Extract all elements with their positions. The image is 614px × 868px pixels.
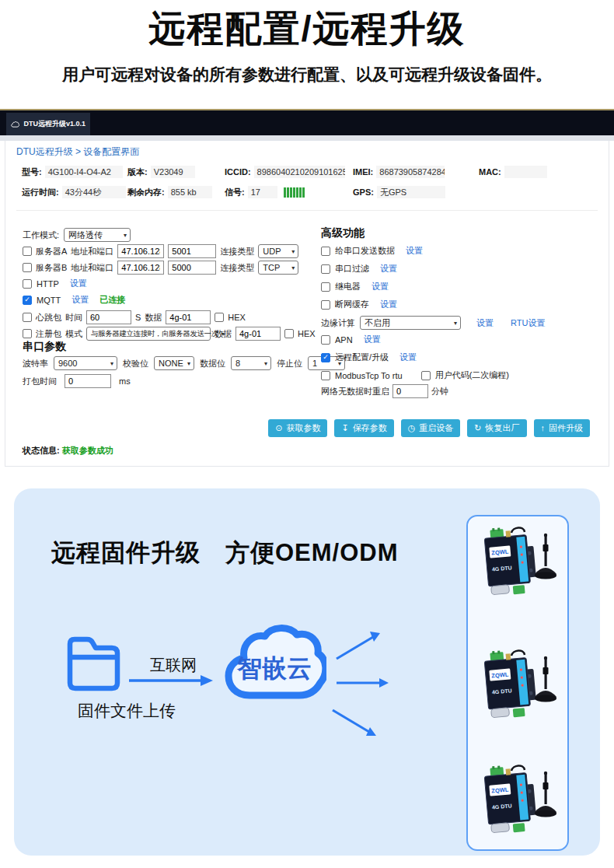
- parity-label: 校验位: [123, 358, 148, 369]
- baud-select[interactable]: 9600▾: [54, 356, 117, 370]
- regpacket-row: 注册包 模式 与服务器建立连接时，向服务器发送一次 ▾ 数据 HEX: [23, 327, 316, 341]
- send-serial-settings-link[interactable]: 设置: [406, 245, 423, 257]
- send-serial-checkbox[interactable]: [321, 247, 330, 256]
- apn-settings-link[interactable]: 设置: [364, 334, 381, 345]
- titlebar-shadow-strip: [0, 135, 614, 141]
- server-a-checkbox[interactable]: [23, 247, 32, 256]
- http-label: HTTP: [37, 279, 59, 289]
- remote-config-row: ✓ 远程配置/升级 设置: [321, 352, 417, 363]
- breadcrumb[interactable]: DTU远程升级 > 设备配置界面: [16, 145, 139, 159]
- server-b-type-label: 连接类型: [220, 262, 254, 274]
- restart-device-button[interactable]: ◷ 重启设备: [401, 419, 461, 437]
- reboot-label: 网络无数据时重启: [321, 386, 389, 397]
- promo-title: 远程固件升级 方便OEM/ODM: [51, 537, 399, 569]
- relay-settings-link[interactable]: 设置: [372, 281, 389, 292]
- version-value: V23049: [151, 166, 195, 178]
- memory-value: 855 kb: [168, 186, 212, 198]
- check-icon: ✓: [323, 354, 329, 361]
- relay-row: 继电器 设置: [321, 281, 389, 292]
- regpacket-data-input[interactable]: [235, 327, 281, 341]
- internet-arrow: [127, 674, 215, 688]
- edge-select[interactable]: 不启用 ▾: [360, 316, 461, 330]
- get-params-button[interactable]: ⊙ 获取参数: [268, 419, 327, 437]
- regpacket-hex-label: HEX: [298, 329, 316, 338]
- chevron-down-icon: ▾: [187, 360, 190, 367]
- server-a-type-select[interactable]: UDP ▾: [258, 244, 298, 258]
- status-label: 状态信息:: [23, 446, 60, 455]
- serial-filter-label: 串口过滤: [335, 263, 369, 275]
- ms-unit: ms: [119, 376, 131, 386]
- regpacket-hex-checkbox[interactable]: [284, 329, 294, 338]
- serial-params-row: 波特率 9600▾ 校验位 NONE▾ 数据位 8▾ 停止位 1▾: [23, 356, 345, 370]
- packtime-label: 打包时间: [23, 376, 57, 387]
- usercode-checkbox[interactable]: [421, 371, 431, 380]
- mqtt-checkbox[interactable]: ✓: [23, 296, 32, 305]
- parity-select[interactable]: NONE▾: [154, 356, 194, 370]
- info-mac: MAC:: [479, 166, 547, 178]
- dtu-config-app-window: DTU远程升级v1.0.1 DTU远程升级 > 设备配置界面 型号: 4G100…: [0, 109, 614, 467]
- modbus-row: ModbusTcp To rtu 用户代码(二次编程): [321, 369, 509, 381]
- server-a-label: 服务器A: [36, 246, 67, 257]
- save-params-button[interactable]: ↧ 保存参数: [334, 419, 393, 437]
- regpacket-checkbox[interactable]: [23, 329, 32, 338]
- modbus-checkbox[interactable]: [321, 371, 330, 380]
- offline-cache-settings-link[interactable]: 设置: [380, 299, 397, 310]
- rtu-settings-link[interactable]: RTU设置: [511, 317, 545, 329]
- mqtt-status: 已连接: [99, 294, 125, 306]
- app-title-text: DTU远程升级v1.0.1: [23, 119, 85, 129]
- server-a-port-input[interactable]: [168, 244, 216, 258]
- mac-value: [504, 166, 547, 178]
- http-checkbox[interactable]: [23, 279, 32, 289]
- work-mode-select[interactable]: 网络透传 ▾: [64, 228, 131, 242]
- mqtt-label: MQTT: [37, 296, 61, 305]
- offline-cache-checkbox[interactable]: [321, 300, 330, 310]
- serial-filter-settings-link[interactable]: 设置: [380, 263, 397, 275]
- apn-row: APN 设置: [321, 334, 381, 345]
- server-a-row: 服务器A 地址和端口 连接类型 UDP ▾: [23, 244, 298, 258]
- firmware-upgrade-button[interactable]: ↑ 固件升级: [534, 419, 591, 437]
- stopbits-label: 停止位: [277, 358, 302, 369]
- serial-filter-checkbox[interactable]: [321, 264, 330, 274]
- server-a-addr-label: 地址和端口: [71, 246, 113, 257]
- server-a-ip-input[interactable]: [117, 244, 164, 258]
- server-b-type-select[interactable]: TCP ▾: [258, 261, 298, 275]
- relay-checkbox[interactable]: [321, 282, 330, 292]
- promo-panel: 远程固件升级 方便OEM/ODM 固件文件上传 互联网 智嵌云: [14, 488, 600, 856]
- restart-device-icon: ◷: [408, 424, 416, 432]
- apn-checkbox[interactable]: [321, 335, 330, 345]
- mac-label: MAC:: [479, 167, 501, 177]
- remote-config-checkbox[interactable]: ✓: [321, 353, 330, 362]
- heartbeat-hex-checkbox[interactable]: [215, 313, 224, 322]
- factory-reset-button[interactable]: ↻ 恢复出厂: [467, 419, 526, 437]
- baud-label: 波特率: [23, 358, 48, 369]
- factory-reset-icon: ↻: [474, 424, 481, 432]
- packtime-input[interactable]: [65, 374, 111, 388]
- edge-label: 边缘计算: [321, 317, 355, 329]
- server-b-port-input[interactable]: [168, 261, 216, 275]
- regpacket-label: 注册包: [36, 328, 61, 340]
- edge-settings-link[interactable]: 设置: [476, 317, 494, 329]
- heartbeat-data-input[interactable]: [166, 310, 211, 324]
- regpacket-mode-label: 模式: [65, 328, 82, 340]
- info-divider: [16, 210, 598, 211]
- heartbeat-checkbox[interactable]: [23, 313, 32, 322]
- server-b-checkbox[interactable]: [23, 263, 32, 272]
- offline-cache-label: 断网缓存: [335, 299, 369, 310]
- check-icon: ✓: [24, 296, 30, 303]
- cloud-label: 智嵌云: [229, 652, 320, 686]
- chevron-down-icon: ▾: [124, 232, 127, 239]
- info-memory: 剩余内存: 855 kb: [127, 186, 212, 198]
- server-b-ip-input[interactable]: [117, 261, 164, 275]
- app-title-tab[interactable]: DTU远程升级v1.0.1: [6, 113, 90, 135]
- mqtt-settings-link[interactable]: 设置: [72, 294, 89, 306]
- heartbeat-time-input[interactable]: [86, 310, 131, 324]
- folder-caption: 固件文件上传: [37, 700, 216, 722]
- gps-value: 无GPS: [377, 186, 445, 198]
- reboot-input[interactable]: [392, 384, 428, 398]
- remote-config-settings-link[interactable]: 设置: [399, 352, 417, 363]
- http-settings-link[interactable]: 设置: [70, 278, 87, 289]
- databits-label: 数据位: [200, 358, 225, 369]
- regpacket-mode-select[interactable]: 与服务器建立连接时，向服务器发送一次 ▾: [86, 327, 211, 341]
- info-uptime: 运行时间: 43分44秒: [22, 186, 126, 198]
- databits-select[interactable]: 8▾: [231, 356, 271, 370]
